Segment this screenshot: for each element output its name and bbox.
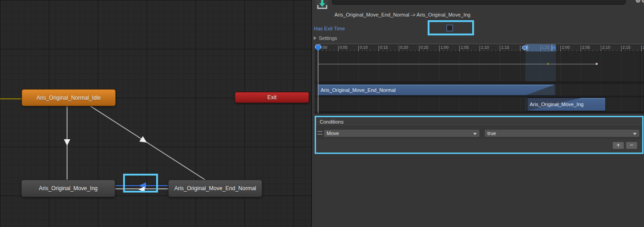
arrow-idle-to-moveend[interactable] xyxy=(139,136,148,145)
playhead-line[interactable] xyxy=(318,51,318,114)
transition-title: Aris_Original_Move_End_Normal -> Aris_Or… xyxy=(334,12,470,17)
state-node-exit[interactable]: Exit xyxy=(235,92,309,103)
conditions-footer: + − xyxy=(316,139,642,153)
state-label: Exit xyxy=(267,94,277,101)
duration-line-tick xyxy=(548,63,548,65)
duration-line-end-marker[interactable] xyxy=(596,63,598,65)
condition-row[interactable]: Move true xyxy=(316,127,642,139)
state-node-move-ing[interactable]: Aris_Original_Move_Ing xyxy=(21,180,115,197)
transition-timeline[interactable]: Aris_Original_Move_End_Normal Aris_Origi… xyxy=(315,44,644,114)
arrow-idle-to-moveing[interactable] xyxy=(64,139,70,146)
timeline-right-edge xyxy=(640,51,640,114)
checkbox-selection-highlight xyxy=(428,20,474,35)
clip-bar-move-end-normal[interactable]: Aris_Original_Move_End_Normal xyxy=(318,84,555,96)
clip-label: Aris_Original_Move_End_Normal xyxy=(321,87,395,93)
condition-parameter-dropdown[interactable]: Move xyxy=(323,129,480,137)
state-node-normal-idle[interactable]: Aris_Original_Normal_Idle xyxy=(22,89,116,106)
chevron-down-icon xyxy=(473,133,477,135)
parameter-value: Move xyxy=(327,131,339,136)
track-divider xyxy=(315,111,644,114)
transition-selection-highlight xyxy=(123,174,158,193)
transition-duration-line[interactable] xyxy=(318,64,597,64)
transition-start-marker[interactable] xyxy=(522,45,527,50)
help-icon[interactable]: ? xyxy=(636,0,640,3)
state-label: Aris_Original_Move_Ing xyxy=(39,185,97,192)
has-exit-time-label: Has Exit Time xyxy=(314,26,345,31)
remove-condition-button[interactable]: − xyxy=(626,142,638,149)
settings-label: Settings xyxy=(319,35,337,41)
clip-bar-move-ing[interactable]: Aris_Original_Move_Ing xyxy=(527,97,606,111)
conditions-header: Conditions xyxy=(316,117,642,127)
minor-ticks xyxy=(318,50,644,51)
chevron-down-icon xyxy=(633,133,637,135)
chevron-right-icon xyxy=(314,36,316,40)
conditions-title: Conditions xyxy=(320,119,344,125)
inspector-header: ? ⚙ Aris_Original_Move_End_Normal -> Ari… xyxy=(312,0,644,43)
gear-icon[interactable]: ⚙ xyxy=(642,0,644,3)
transition-idle-to-moveend[interactable] xyxy=(90,106,205,180)
settings-foldout[interactable]: Settings xyxy=(314,35,337,41)
clip-label: Aris_Original_Move_Ing xyxy=(530,102,583,107)
drag-handle-icon[interactable] xyxy=(317,131,322,135)
value-value: true xyxy=(487,131,496,136)
conditions-panel: Conditions Move true + − xyxy=(315,116,644,154)
inspector-empty-area xyxy=(312,154,644,227)
blend-out-wedge xyxy=(526,85,555,95)
inspector-panel: ? ⚙ Aris_Original_Move_End_Normal -> Ari… xyxy=(311,0,644,227)
timeline-ruler[interactable]: 0:000:050:100:150:200:251:001:051:101:15… xyxy=(315,44,644,51)
state-label: Aris_Original_Move_End_Normal xyxy=(174,185,256,192)
transition-name-field[interactable] xyxy=(332,0,626,5)
transition-icon xyxy=(316,0,328,10)
add-condition-button[interactable]: + xyxy=(612,142,624,149)
state-node-move-end-normal[interactable]: Aris_Original_Move_End_Normal xyxy=(168,180,262,197)
condition-value-dropdown[interactable]: true xyxy=(484,129,640,137)
animator-graph-canvas[interactable]: Aris_Original_Normal_Idle Exit Aris_Orig… xyxy=(0,0,311,227)
state-label: Aris_Original_Normal_Idle xyxy=(36,95,101,101)
transition-end-marker[interactable] xyxy=(552,45,556,50)
